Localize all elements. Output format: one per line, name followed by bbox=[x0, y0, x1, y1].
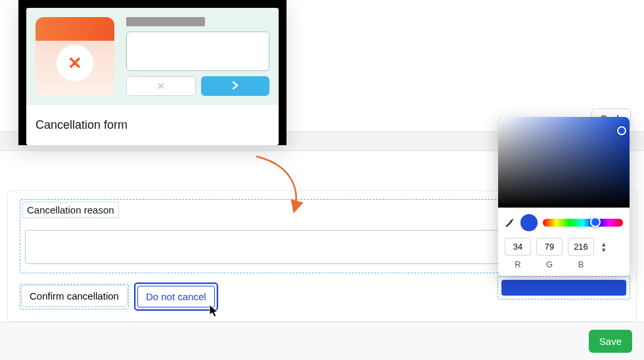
b-input[interactable] bbox=[568, 238, 594, 256]
template-preview-card: ✕ ✕ Cancellation form bbox=[18, 0, 287, 145]
button-drop-zone[interactable]: Confirm cancellation bbox=[20, 284, 129, 309]
b-label: B bbox=[568, 259, 594, 269]
template-preview-inner: ✕ ✕ Cancellation form bbox=[26, 8, 279, 145]
template-preview-mockup: ✕ ✕ bbox=[26, 8, 279, 105]
selected-element-outline[interactable]: Do not cancel bbox=[135, 284, 217, 309]
color-target-dropzone[interactable] bbox=[497, 276, 630, 300]
preview-cancel-circle: ✕ bbox=[57, 45, 93, 81]
current-color-swatch bbox=[520, 214, 538, 231]
rgb-labels: R G B . bbox=[498, 258, 630, 276]
preview-button-row: ✕ bbox=[126, 76, 269, 96]
rgb-inputs: ▴▾ bbox=[498, 235, 630, 258]
do-not-cancel-button[interactable]: Do not cancel bbox=[137, 286, 215, 307]
chevron-right-icon bbox=[232, 80, 239, 92]
mode-stepper-icon[interactable]: ▴▾ bbox=[599, 241, 609, 253]
field-label[interactable]: Cancellation reason bbox=[22, 202, 119, 218]
template-name: Cancellation form bbox=[26, 105, 279, 145]
preview-form-mock: ✕ bbox=[126, 17, 269, 96]
preview-textarea-placeholder bbox=[126, 32, 269, 71]
preview-cancel-btn: ✕ bbox=[126, 76, 196, 96]
saturation-cursor[interactable] bbox=[617, 126, 626, 135]
preview-label-placeholder bbox=[126, 17, 205, 26]
x-icon: ✕ bbox=[157, 81, 165, 91]
preview-icon-card: ✕ bbox=[35, 17, 114, 96]
eyedropper-icon[interactable] bbox=[505, 217, 515, 228]
r-label: R bbox=[505, 259, 531, 269]
r-input[interactable] bbox=[505, 238, 531, 256]
hue-slider[interactable] bbox=[543, 219, 623, 227]
button-color-preview bbox=[501, 280, 626, 296]
saturation-area[interactable] bbox=[498, 117, 630, 208]
save-button[interactable]: Save bbox=[589, 330, 632, 353]
g-label: G bbox=[536, 259, 563, 269]
preview-confirm-btn bbox=[201, 76, 269, 96]
g-input[interactable] bbox=[536, 238, 563, 256]
confirm-cancellation-button[interactable]: Confirm cancellation bbox=[21, 285, 127, 307]
hue-thumb[interactable] bbox=[590, 217, 601, 227]
color-picker[interactable]: ▴▾ R G B . bbox=[498, 117, 630, 276]
preview-icon-header bbox=[35, 17, 114, 41]
cursor-icon bbox=[209, 304, 221, 319]
x-icon: ✕ bbox=[68, 55, 82, 72]
footer-bar: Save bbox=[0, 322, 644, 360]
